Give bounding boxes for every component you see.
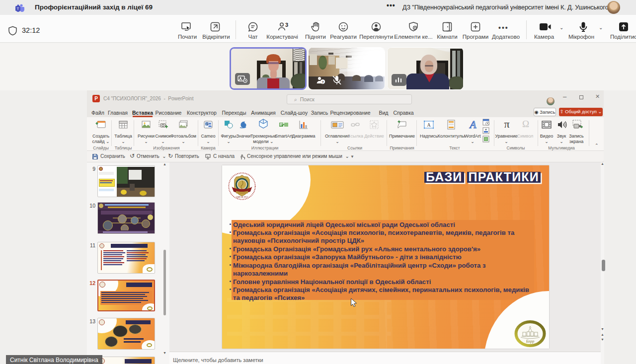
svg-text:A: A [469, 119, 477, 131]
svg-text:?: ? [321, 80, 324, 84]
svg-text:ОДЕСА 1817: ОДЕСА 1817 [236, 196, 248, 198]
svg-text:T: T [17, 6, 19, 11]
svg-text:Бпрр: Бпрр [526, 339, 535, 344]
svg-text:A: A [427, 122, 431, 128]
